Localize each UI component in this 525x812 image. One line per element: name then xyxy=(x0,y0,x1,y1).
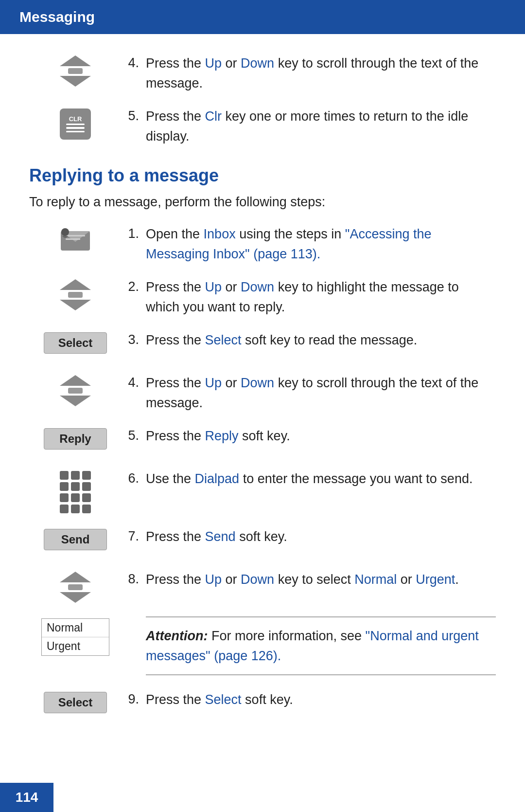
section-title: Replying to a message xyxy=(29,165,496,186)
step-9: Select 9. Press the Select soft key. xyxy=(29,690,496,719)
svg-rect-3 xyxy=(66,238,80,240)
step-num-2: 2. xyxy=(122,277,146,294)
kw-select3: Select xyxy=(205,333,242,347)
kw-down8: Down xyxy=(241,572,274,587)
step-3: Select 3. Press the Select soft key to r… xyxy=(29,330,496,360)
selector-urgent[interactable]: Urgent xyxy=(42,637,109,655)
normal-urgent-selector: Normal Urgent xyxy=(41,618,109,656)
selector-attention-row: Normal Urgent Attention: For more inform… xyxy=(29,616,496,675)
kw-clr: Clr xyxy=(205,109,222,124)
step-text-9: Press the Select soft key. xyxy=(146,690,496,710)
step-num-3: 3. xyxy=(122,330,146,347)
reply-softkey-container: Reply xyxy=(29,426,122,450)
header-title: Messaging xyxy=(19,9,95,25)
svg-point-4 xyxy=(61,228,69,236)
pre-step-5: CLR 5. Press the Clr key one or more tim… xyxy=(29,107,496,146)
step-text-7: Press the Send soft key. xyxy=(146,527,496,547)
kw-send7: Send xyxy=(205,529,236,544)
page-header: Messaging xyxy=(0,0,525,34)
nav-icon-4 xyxy=(29,54,122,87)
kw-dialpad6: Dialpad xyxy=(195,471,240,486)
svg-rect-2 xyxy=(66,235,85,236)
nav-icon-4b xyxy=(29,373,122,406)
step-8: 8. Press the Up or Down key to select No… xyxy=(29,570,496,603)
reply-softkey[interactable]: Reply xyxy=(44,428,107,450)
step-num-6: 6. xyxy=(122,469,146,486)
kw-normal8: Normal xyxy=(354,572,397,587)
step-6: 6. Use the Dialpad to enter the message … xyxy=(29,469,496,513)
link-accessing[interactable]: "Accessing the Messaging Inbox" (page 11… xyxy=(146,227,431,261)
attention-text: For more information, see xyxy=(211,629,366,643)
step-text-2: Press the Up or Down key to highlight th… xyxy=(146,277,496,317)
inbox-icon xyxy=(58,226,92,255)
kw-urgent8: Urgent xyxy=(416,572,455,587)
step-2: 2. Press the Up or Down key to highlight… xyxy=(29,277,496,317)
inbox-icon-container xyxy=(29,224,122,255)
nav-icon-8 xyxy=(29,570,122,603)
step-text-4: Press the Up or Down key to scroll throu… xyxy=(146,373,496,413)
selector-normal[interactable]: Normal xyxy=(42,619,109,637)
step-num-1: 1. xyxy=(122,224,146,241)
kw-down: Down xyxy=(241,56,274,71)
kw-inbox: Inbox xyxy=(204,227,236,241)
step-4: 4. Press the Up or Down key to scroll th… xyxy=(29,373,496,413)
step-text-3: Press the Select soft key to read the me… xyxy=(146,330,496,350)
kw-down4: Down xyxy=(241,376,274,390)
step-num-9: 9. xyxy=(122,690,146,707)
kw-up: Up xyxy=(205,56,222,71)
main-content: 4. Press the Up or Down key to scroll th… xyxy=(0,54,525,781)
clr-icon-container: CLR xyxy=(29,107,122,140)
kw-up8: Up xyxy=(205,572,222,587)
step-text-pre4: Press the Up or Down key to scroll throu… xyxy=(146,54,496,93)
select-softkey-3[interactable]: Select xyxy=(44,332,107,354)
step-text-pre5: Press the Clr key one or more times to r… xyxy=(146,107,496,146)
step-7: Send 7. Press the Send soft key. xyxy=(29,527,496,556)
dialpad-icon-container xyxy=(29,469,122,513)
attention-box: Attention: For more information, see "No… xyxy=(146,616,496,675)
step-text-6: Use the Dialpad to enter the message you… xyxy=(146,469,496,489)
step-text-5: Press the Reply soft key. xyxy=(146,426,496,446)
kw-reply5: Reply xyxy=(205,429,239,443)
step-1: 1. Open the Inbox using the steps in "Ac… xyxy=(29,224,496,264)
step-5: Reply 5. Press the Reply soft key. xyxy=(29,426,496,455)
step-text-8: Press the Up or Down key to select Norma… xyxy=(146,570,496,590)
step-num-5: 5. xyxy=(122,426,146,443)
step-num-pre5: 5. xyxy=(122,107,146,124)
kw-down2: Down xyxy=(241,280,274,294)
select-softkey-9[interactable]: Select xyxy=(44,692,107,713)
select-softkey-9-container: Select xyxy=(29,690,122,713)
dialpad-icon xyxy=(60,471,91,513)
step-num-pre4: 4. xyxy=(122,54,146,71)
step-num-attention xyxy=(122,616,146,618)
nav-icon-2 xyxy=(29,277,122,310)
send-softkey[interactable]: Send xyxy=(44,529,107,550)
step-text-1: Open the Inbox using the steps in "Acces… xyxy=(146,224,496,264)
page-footer: 114 xyxy=(0,783,53,812)
section-intro: To reply to a message, perform the follo… xyxy=(29,195,496,210)
selector-container: Normal Urgent xyxy=(29,616,122,656)
step-num-4: 4. xyxy=(122,373,146,390)
send-softkey-container: Send xyxy=(29,527,122,550)
step-num-7: 7. xyxy=(122,527,146,544)
step-num-8: 8. xyxy=(122,570,146,587)
kw-select9: Select xyxy=(205,692,242,707)
kw-up4: Up xyxy=(205,376,222,390)
clr-key-icon: CLR xyxy=(60,108,91,140)
select-softkey-3-container: Select xyxy=(29,330,122,354)
page-number: 114 xyxy=(16,790,38,805)
attention-label: Attention: xyxy=(146,629,208,643)
pre-step-4: 4. Press the Up or Down key to scroll th… xyxy=(29,54,496,93)
kw-up2: Up xyxy=(205,280,222,294)
